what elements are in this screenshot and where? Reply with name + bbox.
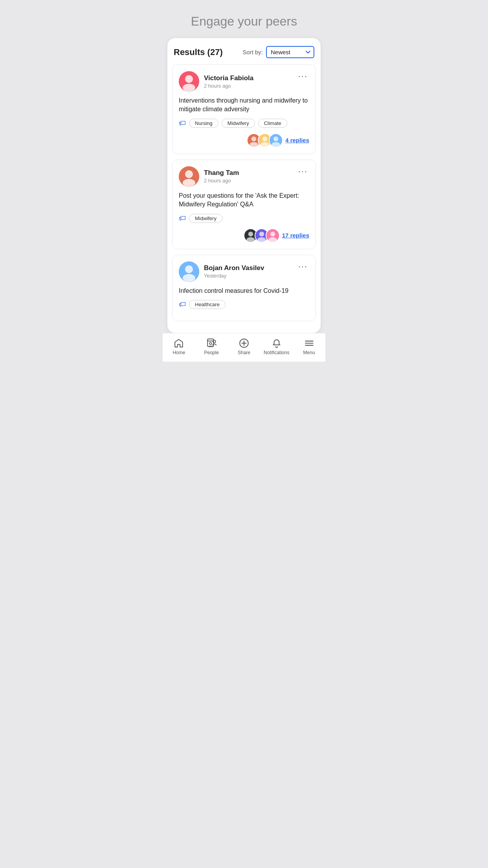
nav-label-notifications: Notifications xyxy=(264,350,289,355)
tags-row: 🏷 Midwifery xyxy=(179,214,309,223)
replies-link[interactable]: 4 replies xyxy=(285,137,309,143)
replies-row: 17 replies xyxy=(179,228,309,243)
tag-pill[interactable]: Climate xyxy=(258,119,287,128)
svg-point-5 xyxy=(250,142,258,147)
menu-icon xyxy=(304,338,314,348)
avatar xyxy=(179,261,199,282)
reply-avatars xyxy=(244,228,280,243)
tag-icon: 🏷 xyxy=(179,119,186,127)
svg-point-13 xyxy=(185,170,193,178)
bottom-nav: Home People Share xyxy=(163,333,325,362)
svg-point-7 xyxy=(262,136,267,141)
post-content: Interventions through nursing and midwif… xyxy=(179,96,309,114)
sort-row: Sort by: Newest Oldest Most replies xyxy=(242,46,314,58)
tag-icon: 🏷 xyxy=(179,214,186,223)
svg-point-20 xyxy=(257,237,266,242)
main-card: Results (27) Sort by: Newest Oldest Most… xyxy=(167,38,321,333)
post-card: Victoria Fabiola 2 hours ago ··· Interve… xyxy=(172,64,316,154)
tag-pill[interactable]: Nursing xyxy=(189,119,218,128)
nav-item-share[interactable]: Share xyxy=(228,337,261,357)
more-options-button[interactable]: ··· xyxy=(297,166,309,177)
nav-label-home: Home xyxy=(172,350,185,355)
post-header: Bojan Aron Vasilev Yesterday ··· xyxy=(179,261,309,282)
notifications-icon xyxy=(272,338,282,348)
nav-label-people: People xyxy=(204,350,219,355)
reply-avatar xyxy=(266,228,280,243)
more-options-button[interactable]: ··· xyxy=(297,261,309,272)
people-icon xyxy=(206,338,216,348)
home-icon xyxy=(174,338,184,348)
author-name: Bojan Aron Vasilev xyxy=(204,264,264,272)
post-meta: Thang Tam 2 hours ago xyxy=(204,169,239,184)
nav-item-people[interactable]: People xyxy=(195,337,228,357)
svg-point-17 xyxy=(246,237,255,242)
post-meta: Bojan Aron Vasilev Yesterday xyxy=(204,264,264,279)
svg-point-19 xyxy=(259,232,264,236)
share-icon xyxy=(239,338,249,348)
post-header: Thang Tam 2 hours ago ··· xyxy=(179,166,309,187)
tags-row: 🏷 Healthcare xyxy=(179,300,309,309)
svg-point-1 xyxy=(185,75,193,83)
nav-item-home[interactable]: Home xyxy=(163,337,195,357)
nav-item-notifications[interactable]: Notifications xyxy=(260,337,293,357)
post-user-info: Thang Tam 2 hours ago xyxy=(179,166,239,187)
post-user-info: Victoria Fabiola 2 hours ago xyxy=(179,71,253,92)
results-header: Results (27) Sort by: Newest Oldest Most… xyxy=(172,44,316,64)
author-name: Victoria Fabiola xyxy=(204,74,253,82)
post-time: 2 hours ago xyxy=(204,83,253,89)
svg-point-29 xyxy=(209,342,211,344)
nav-label-share: Share xyxy=(238,350,250,355)
tag-pill[interactable]: Midwifery xyxy=(189,214,222,223)
post-card: Bojan Aron Vasilev Yesterday ··· Infecti… xyxy=(172,255,316,321)
svg-point-25 xyxy=(185,265,193,273)
nav-item-menu[interactable]: Menu xyxy=(293,337,325,357)
post-card: Thang Tam 2 hours ago ··· Post your ques… xyxy=(172,160,316,249)
post-time: 2 hours ago xyxy=(204,178,239,184)
sort-label: Sort by: xyxy=(242,49,263,55)
svg-point-11 xyxy=(272,142,280,147)
post-header: Victoria Fabiola 2 hours ago ··· xyxy=(179,71,309,92)
svg-point-14 xyxy=(183,179,195,187)
svg-point-10 xyxy=(273,136,278,141)
post-content: Infection control measures for Covid-19 xyxy=(179,287,309,295)
reply-avatar xyxy=(269,133,283,147)
tag-icon: 🏷 xyxy=(179,300,186,309)
nav-label-menu: Menu xyxy=(303,350,315,355)
post-time: Yesterday xyxy=(204,273,264,279)
tag-pill[interactable]: Healthcare xyxy=(189,300,226,309)
svg-point-8 xyxy=(261,142,269,147)
avatar xyxy=(179,166,199,187)
svg-point-26 xyxy=(183,274,195,282)
reply-avatars xyxy=(247,133,283,147)
svg-point-22 xyxy=(270,232,275,236)
author-name: Thang Tam xyxy=(204,169,239,177)
page-title: Engage your peers xyxy=(163,0,325,38)
results-count: Results (27) xyxy=(174,47,223,57)
svg-point-16 xyxy=(248,232,253,236)
post-user-info: Bojan Aron Vasilev Yesterday xyxy=(179,261,264,282)
sort-select[interactable]: Newest Oldest Most replies xyxy=(266,46,314,58)
tags-row: 🏷 Nursing Midwifery Climate xyxy=(179,119,309,128)
svg-point-23 xyxy=(268,237,277,242)
tag-pill[interactable]: Midwifery xyxy=(222,119,255,128)
svg-point-4 xyxy=(251,136,256,141)
post-meta: Victoria Fabiola 2 hours ago xyxy=(204,74,253,89)
post-content: Post your questions for the 'Ask the Exp… xyxy=(179,191,309,209)
replies-row: 4 replies xyxy=(179,133,309,147)
svg-point-2 xyxy=(183,84,195,92)
replies-link[interactable]: 17 replies xyxy=(282,232,309,239)
avatar xyxy=(179,71,199,92)
more-options-button[interactable]: ··· xyxy=(297,71,309,81)
